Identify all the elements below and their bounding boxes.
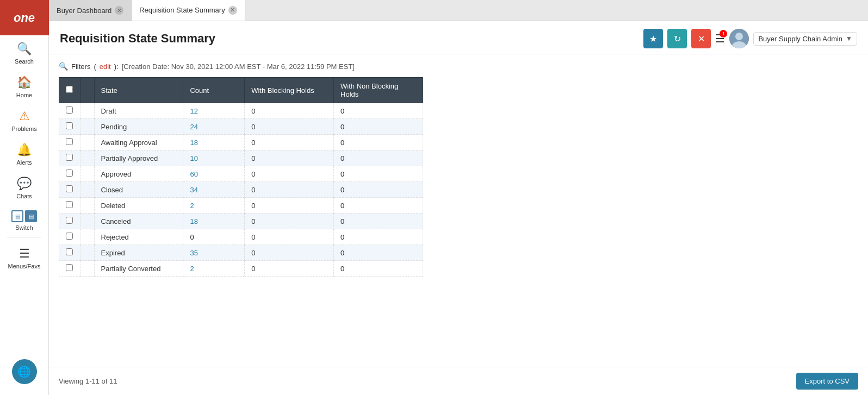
filter-text: [Creation Date: Nov 30, 2021 12:00 AM ES…: [122, 62, 355, 71]
count-link[interactable]: 2: [190, 202, 194, 210]
tab-close-req-state-summary[interactable]: ✕: [228, 6, 237, 15]
row-count[interactable]: 10: [183, 151, 245, 166]
count-link[interactable]: 12: [190, 107, 197, 115]
row-nonblocking: 0: [334, 119, 423, 135]
page-title: Requisition State Summary: [60, 32, 215, 46]
row-state: Partially Approved: [94, 151, 183, 166]
row-checkbox[interactable]: [66, 233, 73, 240]
user-name: Buyer Supply Chain Admin: [758, 35, 842, 43]
row-blocking: 0: [245, 166, 334, 182]
count-link[interactable]: 34: [190, 186, 197, 194]
dropdown-arrow-icon: ▼: [846, 35, 852, 42]
table-row: Expired3500: [59, 245, 423, 261]
filters-paren-close: ):: [114, 62, 119, 71]
row-checkbox[interactable]: [66, 248, 73, 255]
sidebar-item-problems[interactable]: ⚠ Problems: [0, 103, 48, 136]
user-dropdown[interactable]: Buyer Supply Chain Admin ▼: [753, 32, 857, 46]
sidebar-item-home[interactable]: 🏠 Home: [0, 69, 48, 103]
count-link[interactable]: 2: [190, 265, 194, 273]
count-link[interactable]: 10: [190, 154, 197, 162]
sidebar-item-label: Home: [16, 92, 32, 98]
row-nonblocking: 0: [334, 103, 423, 119]
row-blocking: 0: [245, 103, 334, 119]
row-count[interactable]: 2: [183, 261, 245, 277]
data-table: State Count With Blocking Holds With Non…: [59, 77, 423, 277]
row-select-col: [80, 166, 94, 182]
close-button[interactable]: ✕: [691, 29, 711, 48]
row-state: Canceled: [94, 214, 183, 229]
notification-badge: 1: [720, 30, 727, 37]
row-checkbox[interactable]: [66, 138, 73, 145]
th-blocking: With Blocking Holds: [245, 78, 334, 103]
notification-bell[interactable]: ☰ 1: [715, 32, 725, 45]
switch-icons: ▤ ▤: [11, 210, 37, 222]
row-count[interactable]: 12: [183, 103, 245, 119]
sidebar-item-chats[interactable]: 💬 Chats: [0, 170, 48, 204]
viewing-text: Viewing 1-11 of 11: [59, 377, 117, 385]
tab-req-state-summary[interactable]: Requisition State Summary ✕: [132, 0, 245, 21]
filters-label: Filters: [71, 62, 90, 71]
row-checkbox[interactable]: [66, 264, 73, 271]
row-count[interactable]: 2: [183, 198, 245, 214]
row-state: Awaiting Approval: [94, 135, 183, 151]
count-link[interactable]: 35: [190, 249, 197, 257]
export-csv-button[interactable]: Export to CSV: [796, 373, 858, 390]
svg-point-1: [735, 33, 743, 40]
table-row: Draft1200: [59, 103, 423, 119]
sidebar-item-search[interactable]: 🔍 Search: [0, 35, 48, 69]
select-all-checkbox[interactable]: [66, 86, 73, 93]
count-link[interactable]: 18: [190, 217, 197, 225]
row-count[interactable]: 60: [183, 166, 245, 182]
table-row: Canceled1800: [59, 214, 423, 229]
sidebar-item-switch[interactable]: ▤ ▤ Switch: [0, 204, 48, 235]
avatar-image: [729, 29, 749, 48]
row-checkbox[interactable]: [66, 154, 73, 161]
sidebar-item-label: Alerts: [16, 159, 32, 166]
search-icon: 🔍: [17, 42, 32, 56]
row-state: Partially Converted: [94, 261, 183, 277]
row-count[interactable]: 34: [183, 182, 245, 198]
refresh-button[interactable]: ↻: [667, 29, 687, 48]
row-select-col: [80, 103, 94, 119]
th-count-label: Count: [190, 86, 209, 95]
row-checkbox[interactable]: [66, 185, 73, 192]
tab-close-buyer-dashboard[interactable]: ✕: [115, 6, 123, 15]
table-row: Approved6000: [59, 166, 423, 182]
row-nonblocking: 0: [334, 214, 423, 229]
th-count: Count: [183, 78, 245, 103]
content-body: 🔍 Filters ( edit ): [Creation Date: Nov …: [49, 54, 868, 367]
globe-button[interactable]: 🌐: [12, 359, 37, 384]
row-count[interactable]: 24: [183, 119, 245, 135]
logo[interactable]: one: [0, 0, 49, 35]
row-count[interactable]: 18: [183, 135, 245, 151]
row-nonblocking: 0: [334, 261, 423, 277]
sidebar-item-menus[interactable]: ☰ Menus/Favs: [0, 240, 48, 274]
th-checkbox: [59, 78, 80, 103]
th-nonblocking-label: With Non Blocking Holds: [340, 82, 398, 98]
row-checkbox[interactable]: [66, 170, 73, 177]
count-link[interactable]: 18: [190, 139, 197, 147]
row-checkbox[interactable]: [66, 106, 73, 114]
star-button[interactable]: ★: [643, 29, 663, 48]
row-checkbox[interactable]: [66, 201, 73, 208]
table-row: Closed3400: [59, 182, 423, 198]
row-count[interactable]: 18: [183, 214, 245, 229]
home-icon: 🏠: [17, 76, 32, 90]
tab-buyer-dashboard[interactable]: Buyer Dashboard ✕: [49, 0, 132, 21]
tabs-bar: Buyer Dashboard ✕ Requisition State Summ…: [49, 0, 868, 21]
row-count[interactable]: 35: [183, 245, 245, 261]
row-blocking: 0: [245, 214, 334, 229]
row-checkbox[interactable]: [66, 217, 73, 224]
row-state: Pending: [94, 119, 183, 135]
sidebar-item-alerts[interactable]: 🔔 Alerts: [0, 136, 48, 170]
table-body: Draft1200Pending2400Awaiting Approval180…: [59, 103, 423, 277]
th-nonblocking: With Non Blocking Holds: [334, 78, 423, 103]
row-checkbox[interactable]: [66, 122, 73, 129]
bell-icon: 🔔: [17, 143, 32, 157]
sidebar-item-label: Switch: [15, 224, 33, 231]
filter-edit-link[interactable]: edit: [100, 62, 111, 71]
row-nonblocking: 0: [334, 198, 423, 214]
sidebar-item-label: Chats: [16, 193, 32, 199]
count-link[interactable]: 24: [190, 123, 197, 131]
count-link[interactable]: 60: [190, 170, 197, 178]
